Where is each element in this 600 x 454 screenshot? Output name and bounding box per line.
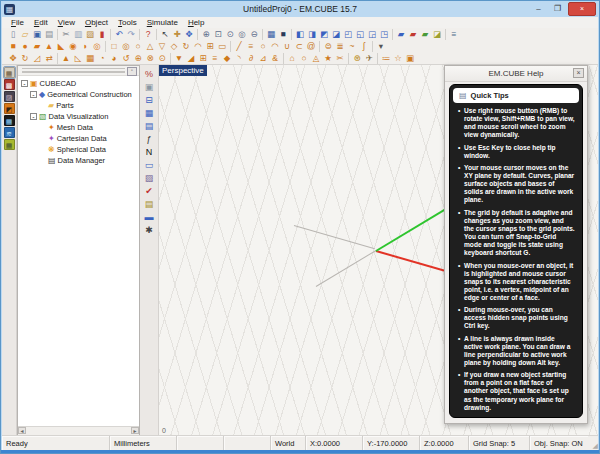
view-left-icon[interactable]: ◩ <box>318 29 330 40</box>
module-fdtd-icon[interactable]: ▩ <box>4 79 15 90</box>
shear-object-icon[interactable]: ◺ <box>72 53 84 64</box>
angle-tool-icon[interactable]: ⊿ <box>257 53 269 64</box>
maximize-button[interactable]: ❐ <box>549 3 566 15</box>
wireframe-toggle-icon[interactable]: ◪ <box>431 29 443 40</box>
draw-line-icon[interactable]: ╱ <box>233 41 245 52</box>
draw-prism-icon[interactable]: ▰ <box>31 41 43 52</box>
draw-ellipse-surface-icon[interactable]: ○ <box>132 41 144 52</box>
module-metal-icon[interactable]: ▦ <box>4 115 15 126</box>
object-info-icon[interactable]: ⊙ <box>156 53 168 64</box>
trim-tool-icon[interactable]: ✂ <box>334 53 346 64</box>
list-points-icon[interactable]: ≡ <box>209 53 221 64</box>
draw-polygon-icon[interactable]: ◇ <box>168 41 180 52</box>
draw-circle-curve-icon[interactable]: ○ <box>257 41 269 52</box>
show-selected-icon[interactable]: ▰ <box>419 29 431 40</box>
log-notebook-icon[interactable]: ▤ <box>143 198 156 210</box>
draw-inverted-triangle-icon[interactable]: ▽ <box>156 41 168 52</box>
viewport-label[interactable]: Perspective <box>159 65 207 76</box>
menu-item-simulate[interactable]: Simulate <box>142 18 183 27</box>
redo-icon[interactable]: ↷ <box>125 29 137 40</box>
grid-display-icon[interactable]: ▦ <box>143 107 156 119</box>
draw-sphere-icon[interactable]: ◉ <box>67 41 79 52</box>
function-fx-icon[interactable]: ƒ <box>143 133 156 145</box>
settings-gear-icon[interactable]: ✱ <box>143 224 156 236</box>
draw-hemisphere-icon[interactable]: ◗ <box>79 41 91 52</box>
view-right-icon[interactable]: ◪ <box>330 29 342 40</box>
flyover-view-icon[interactable]: ✈ <box>363 53 375 64</box>
quick-tips-bar[interactable]: ▤ Quick Tips <box>453 88 579 103</box>
surface-of-revolution-icon[interactable]: ↻ <box>180 41 192 52</box>
spiral-tool-icon[interactable]: ◕ <box>108 53 120 64</box>
draw-cone-icon[interactable]: ▲ <box>43 41 55 52</box>
align-objects-icon[interactable]: ▲ <box>60 53 72 64</box>
tree-panel-menu-button[interactable]: ▫ <box>127 67 137 76</box>
module-wave-icon[interactable]: ≋ <box>4 127 15 138</box>
paste-icon[interactable]: ▨ <box>84 29 96 40</box>
rotate-object-icon[interactable]: ↻ <box>19 53 31 64</box>
new-project-icon[interactable]: ▯ <box>7 29 19 40</box>
snapshot-icon[interactable]: ▭ <box>143 159 156 171</box>
hide-selected-icon[interactable]: ▰ <box>407 29 419 40</box>
view-iso-icon[interactable]: ◲ <box>366 29 378 40</box>
tree-expander-icon[interactable]: - <box>30 91 37 98</box>
close-button[interactable]: × <box>568 2 596 16</box>
cut-icon[interactable]: ✂ <box>60 29 72 40</box>
derivative-tool-icon[interactable]: ∂ <box>245 53 257 64</box>
minimize-button[interactable]: – <box>530 3 547 15</box>
panel-grid-icon[interactable]: ▣ <box>404 53 416 64</box>
tree-item-cubecad[interactable]: -▣CUBECAD <box>18 78 139 89</box>
undo-icon[interactable]: ↶ <box>113 29 125 40</box>
view-bottom-icon[interactable]: ◱ <box>354 29 366 40</box>
project-tree-toggle-icon[interactable]: ≡ <box>448 29 460 40</box>
home-view-icon[interactable]: ⌂ <box>286 53 298 64</box>
parametric-surface-icon[interactable]: ⊜ <box>322 41 334 52</box>
corner-tool-icon[interactable]: ◢ <box>185 53 197 64</box>
tree-item-parts[interactable]: ▰Parts <box>18 100 139 111</box>
sine-curve-icon[interactable]: ~ <box>346 41 358 52</box>
module-cubecad-icon[interactable]: ▦ <box>4 67 15 78</box>
select-icon[interactable]: ↖ <box>159 29 171 40</box>
mirror-object-icon[interactable]: ⇄ <box>43 53 55 64</box>
tree-panel-header[interactable]: ▫ <box>18 66 139 76</box>
viewport-layout-icon[interactable]: ▦ <box>265 29 277 40</box>
helix-tool-icon[interactable]: ◔ <box>96 53 108 64</box>
tree-expander-icon[interactable]: - <box>30 113 37 120</box>
notes-icon[interactable]: N <box>143 146 156 158</box>
menu-item-edit[interactable]: Edit <box>29 18 53 27</box>
save-project-icon[interactable]: ▣ <box>31 29 43 40</box>
move-object-icon[interactable]: ✥ <box>7 53 19 64</box>
point-list-icon[interactable]: ≣ <box>334 41 346 52</box>
tree-item-spherical-data[interactable]: ❋Spherical Data <box>18 144 139 155</box>
freehand-curve-icon[interactable]: ʃ <box>358 41 370 52</box>
show-all-icon[interactable]: ▰ <box>395 29 407 40</box>
draw-circle-surface-icon[interactable]: ◎ <box>120 41 132 52</box>
circle-select-icon[interactable]: ○ <box>298 53 310 64</box>
print-icon[interactable]: ▤ <box>43 29 55 40</box>
draw-plane-icon[interactable]: ▭ <box>216 41 228 52</box>
full-window-icon[interactable]: ■ <box>277 29 289 40</box>
draw-box-icon[interactable]: ■ <box>7 41 19 52</box>
zoom-previous-icon[interactable]: ⊖ <box>248 29 260 40</box>
menu-item-tools[interactable]: Tools <box>113 18 142 27</box>
triangle-select-icon[interactable]: ◬ <box>310 53 322 64</box>
draw-torus-icon[interactable]: ◎ <box>91 41 103 52</box>
scroll-left-icon[interactable]: ◄ <box>18 427 26 434</box>
menu-item-help[interactable]: Help <box>183 18 209 27</box>
boolean-intersect-icon[interactable]: ⊗ <box>144 53 156 64</box>
menu-item-file[interactable]: File <box>6 18 29 27</box>
draw-c-curve-icon[interactable]: ⊂ <box>293 41 305 52</box>
add-point-icon[interactable]: ⊞ <box>197 53 209 64</box>
loft-surface-icon[interactable]: ◠ <box>192 41 204 52</box>
clipboard-tool-icon[interactable]: ▣ <box>143 81 156 93</box>
tree-item-data-manager[interactable]: ▤Data Manager <box>18 155 139 166</box>
validate-check-icon[interactable]: ✔ <box>143 185 156 197</box>
menu-item-view[interactable]: View <box>53 18 80 27</box>
view-perspective-icon[interactable]: ◳ <box>378 29 390 40</box>
view-back-icon[interactable]: ◨ <box>306 29 318 40</box>
measure-tool-icon[interactable]: % <box>143 68 156 80</box>
connect-tool-icon[interactable]: & <box>269 53 281 64</box>
module-mesh-icon[interactable]: ▦ <box>4 139 15 150</box>
delete-icon[interactable]: ▮ <box>96 29 108 40</box>
menu-item-object[interactable]: Object <box>80 18 113 27</box>
help-panel-header[interactable]: EM.CUBE Help × <box>445 66 587 82</box>
